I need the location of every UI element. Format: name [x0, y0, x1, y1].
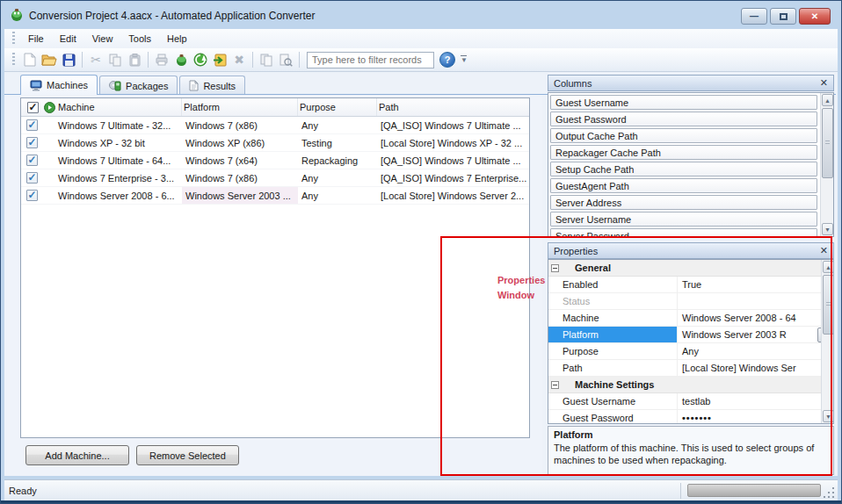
column-header-path[interactable]: Path [377, 98, 529, 116]
columns-item[interactable]: Server Address [550, 195, 817, 210]
run-export-icon[interactable] [210, 51, 229, 68]
tab-results[interactable]: Results [179, 76, 245, 95]
columns-list: Guest Username Guest Password Output Cac… [548, 92, 834, 237]
property-label-selected[interactable]: Platform [548, 327, 678, 342]
cut-icon[interactable]: ✂ [86, 51, 105, 68]
columns-item[interactable]: Server Username [550, 212, 817, 227]
table-row[interactable]: Windows 7 Ultimate - 32... Windows 7 (x8… [21, 117, 529, 134]
package-icon [109, 80, 121, 91]
scroll-thumb[interactable] [823, 275, 834, 335]
tab-machines-label: Machines [47, 80, 88, 90]
tab-machines[interactable]: Machines [20, 75, 98, 95]
property-value[interactable]: [Local Store] Windows Ser [678, 360, 833, 376]
title-bar[interactable]: Conversion Project 4.aacx - Automated Ap… [4, 4, 838, 27]
columns-item[interactable]: Guest Username [550, 95, 817, 110]
columns-item[interactable]: Repackager Cache Path [550, 145, 817, 160]
convert-icon[interactable] [171, 51, 191, 68]
table-row[interactable]: Windows XP - 32 bit Windows XP (x86) Tes… [21, 134, 529, 152]
maximize-button[interactable] [770, 8, 796, 25]
properties-panel-header[interactable]: Properties ✕ [548, 242, 834, 259]
cell-purpose: Repackaging [298, 155, 377, 166]
resize-grip[interactable] [824, 486, 835, 498]
filter-input[interactable] [307, 52, 434, 68]
close-button[interactable]: ✕ [799, 8, 831, 25]
menu-tools[interactable]: Tools [120, 31, 159, 47]
menu-help[interactable]: Help [159, 31, 195, 47]
select-all-checkbox[interactable] [27, 102, 39, 113]
property-row-platform[interactable]: Platform Windows Server 2003 R ▼ [548, 327, 833, 343]
property-value[interactable]: testlab [678, 393, 833, 409]
help-icon[interactable]: ? [439, 52, 455, 68]
toolbar-grip[interactable] [12, 53, 15, 67]
row-checkbox[interactable] [26, 172, 38, 184]
columns-panel-header[interactable]: Columns ✕ [548, 75, 834, 91]
cell-machine: Windows 7 Ultimate - 32... [56, 120, 182, 131]
property-row[interactable]: Status [548, 293, 833, 310]
property-row[interactable]: Guest Password ••••••• [548, 410, 833, 424]
preview-icon[interactable] [276, 51, 295, 68]
columns-item[interactable]: Guest Password [550, 112, 817, 126]
add-machine-button[interactable]: Add Machine... [25, 445, 129, 465]
scroll-up-icon[interactable]: ▲ [822, 94, 833, 106]
new-document-icon[interactable] [20, 51, 40, 68]
close-icon[interactable]: ✕ [820, 245, 828, 256]
row-checkbox[interactable] [26, 155, 38, 166]
menu-view[interactable]: View [84, 31, 121, 47]
collapse-icon[interactable] [551, 381, 559, 389]
remove-selected-button[interactable]: Remove Selected [136, 445, 239, 465]
columns-item[interactable]: GuestAgent Path [550, 178, 817, 193]
property-category[interactable]: Machine Settings [548, 377, 833, 393]
columns-item[interactable]: Server Password [550, 228, 817, 237]
paste-icon[interactable] [125, 51, 144, 68]
scroll-down-icon[interactable]: ▼ [822, 223, 833, 235]
property-value[interactable]: True [678, 277, 833, 292]
row-checkbox[interactable] [26, 119, 38, 131]
row-checkbox[interactable] [26, 137, 38, 148]
columns-item[interactable]: Setup Cache Path [550, 162, 817, 176]
table-row[interactable]: Windows Server 2008 - 6... Windows Serve… [21, 187, 529, 205]
duplicate-icon[interactable] [257, 51, 276, 68]
tab-packages[interactable]: Packages [99, 76, 178, 95]
property-row[interactable]: Machine Windows Server 2008 - 64 [548, 310, 833, 327]
table-row[interactable]: Windows 7 Ultimate - 64... Windows 7 (x6… [21, 152, 529, 169]
scroll-up-icon[interactable]: ▲ [823, 261, 834, 273]
cell-path: [Local Store] Windows XP - 32 ... [377, 138, 529, 148]
menu-edit[interactable]: Edit [52, 31, 84, 47]
properties-scrollbar[interactable]: ▲ ▼ [821, 260, 834, 423]
open-project-icon[interactable] [40, 51, 59, 68]
property-value[interactable]: Windows Server 2008 - 64 [678, 310, 833, 326]
columns-item[interactable]: Output Cache Path [550, 128, 817, 143]
property-row[interactable]: Path [Local Store] Windows Ser [548, 360, 833, 377]
menu-grip[interactable] [12, 32, 15, 46]
scroll-thumb[interactable] [822, 108, 833, 178]
property-value[interactable]: Windows Server 2003 R [682, 329, 787, 340]
property-row[interactable]: Enabled True [548, 277, 833, 293]
cell-platform-selected[interactable]: Windows Server 2003 ... [182, 187, 298, 204]
menu-file[interactable]: File [20, 31, 52, 47]
stop-icon[interactable]: ✖ [229, 51, 249, 68]
collapse-icon[interactable] [551, 264, 559, 272]
property-row[interactable]: Guest Username testlab [548, 393, 833, 410]
minimize-button[interactable]: — [741, 8, 767, 25]
print-icon[interactable] [152, 51, 171, 68]
menu-bar: File Edit View Tools Help [4, 29, 838, 48]
close-icon[interactable]: ✕ [820, 77, 828, 89]
save-icon[interactable] [59, 51, 78, 68]
row-checkbox[interactable] [26, 190, 38, 201]
table-row[interactable]: Windows 7 Enterprise - 3... Windows 7 (x… [21, 169, 529, 187]
copy-icon[interactable] [105, 51, 125, 68]
scroll-down-icon[interactable]: ▼ [823, 410, 834, 422]
property-row[interactable]: Purpose Any [548, 343, 833, 360]
property-label: Guest Password [548, 410, 678, 424]
property-value[interactable]: Any [678, 343, 833, 359]
column-header-purpose[interactable]: Purpose [298, 98, 377, 116]
toolbar-overflow-icon[interactable]: ▼ [461, 55, 468, 65]
property-category[interactable]: General [548, 260, 833, 277]
property-value[interactable]: ••••••• [678, 410, 833, 424]
property-label: Machine [548, 310, 678, 326]
columns-scrollbar[interactable]: ▲ ▼ [820, 93, 833, 236]
column-header-platform[interactable]: Platform [182, 98, 298, 116]
column-header-machine[interactable]: Machine [56, 98, 182, 116]
refresh-icon[interactable] [191, 51, 210, 68]
cell-platform: Windows 7 (x64) [182, 155, 298, 166]
